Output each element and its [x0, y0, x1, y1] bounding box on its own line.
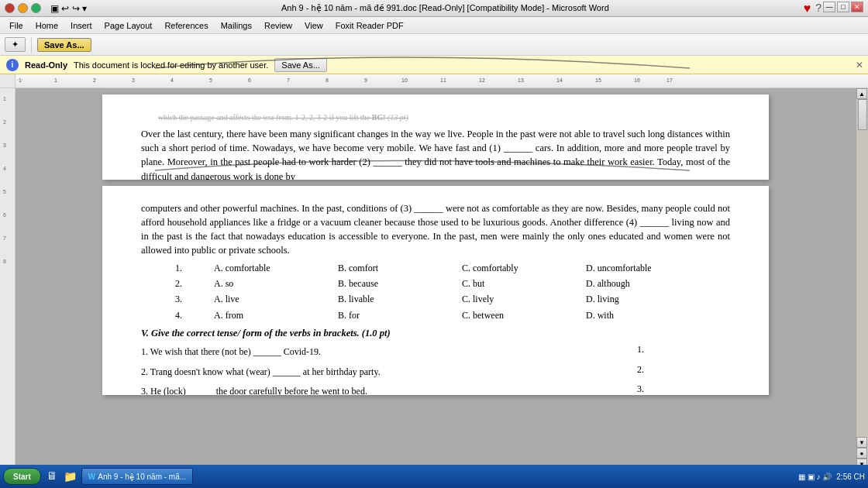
page-2: computers and other powerful machines. I… [102, 186, 769, 395]
taskbar-window-title: Anh 9 - hệ 10 năm - mã... [98, 473, 186, 481]
close-button[interactable]: ✕ [851, 2, 863, 12]
readonly-bar: i Read-Only This document is locked for … [0, 56, 868, 74]
menu-home[interactable]: Home [29, 19, 64, 32]
ans-4-c: C. between [459, 308, 583, 323]
scroll-down-button[interactable]: ▼ [856, 437, 867, 448]
taskbar-icon-1[interactable]: 🖥 [44, 469, 60, 484]
window-title: Anh 9 - hệ 10 năm - mã đề 991.doc [Read-… [87, 3, 804, 13]
item-5-1: 1. We wish that there (not be) ______ Co… [141, 345, 636, 359]
ruler-horizontal: ·1· 1 2 3 4 5 6 7 8 9 10 11 12 13 14 15 … [16, 74, 868, 88]
help-icon: ? [815, 2, 822, 15]
maximize-dot[interactable] [31, 3, 41, 13]
menu-view[interactable]: View [298, 19, 329, 32]
info-icon: i [6, 59, 19, 71]
scroll-up-button[interactable]: ▲ [856, 88, 867, 99]
taskbar: Start 🖥 📁 W Anh 9 - hệ 10 năm - mã... ▦ … [0, 465, 868, 488]
page-1: which the passage and affects the test f… [102, 95, 769, 180]
ans-4-b: B. for [335, 308, 459, 323]
answer-choices: 1. A. comfortable B. comfort C. comforta… [172, 261, 730, 324]
ans-3-num: 3. [172, 292, 211, 307]
ans-3-c: C. lively [459, 292, 583, 307]
ans-1-a: A. comfortable [211, 261, 335, 276]
toolbar-separator [31, 37, 32, 53]
section5-items: 1. We wish that there (not be) ______ Co… [141, 343, 730, 395]
section5-title: V. Give the correct tense/ form of the v… [141, 326, 730, 340]
ans-3-a: A. live [211, 292, 335, 307]
page2-para1: computers and other powerful machines. I… [141, 201, 730, 258]
menu-mailings[interactable]: Mailings [215, 19, 258, 32]
titlebar-window-controls: ▣ ↩ ↪ ▾ [5, 3, 87, 14]
scroll-thumb[interactable] [858, 99, 867, 130]
start-button[interactable]: Start [3, 468, 41, 485]
item-5-2: 2. Trang doesn't know what (wear) ______… [141, 366, 636, 379]
ans-3-d: D. living [583, 292, 707, 307]
page1-text: which the passage and affects the test f… [141, 110, 730, 124]
ans-2-a: A. so [211, 277, 335, 291]
item-5-3-num: 3. [637, 383, 730, 395]
window-buttons: ♥ ? — □ ✕ [804, 2, 863, 15]
item-5-1-num: 1. [637, 343, 730, 361]
minimize-dot[interactable] [18, 3, 28, 13]
ans-4-d: D. with [583, 308, 707, 323]
ans-3-b: B. livable [335, 292, 459, 307]
ans-1-d: D. uncomfortable [583, 261, 707, 276]
item-5-3: 3. He (lock)______ the door carefully be… [141, 385, 636, 395]
word-icon: W [88, 473, 95, 481]
ruler-corner [0, 74, 16, 88]
readonly-label: Read-Only [25, 60, 67, 70]
taskbar-icon-2[interactable]: 📁 [63, 469, 78, 484]
menu-references[interactable]: References [158, 19, 214, 32]
vertical-ruler: 1 2 3 4 5 6 7 8 [0, 88, 16, 469]
ans-1-num: 1. [172, 261, 211, 276]
document-scroll-area[interactable]: which the passage and affects the test f… [16, 88, 856, 469]
vertical-scrollbar[interactable]: ▲ ▼ ● ▼ [856, 88, 868, 469]
taskbar-time: 2:56 CH [836, 473, 865, 481]
toolbar-button-1[interactable]: ✦ [5, 37, 26, 52]
toolbar: ✦ Save As... [0, 34, 868, 56]
ans-1-b: B. comfort [335, 261, 459, 276]
taskbar-tray-icons: ▦ ▣ ♪ 🔊 [798, 473, 832, 481]
readonly-close-button[interactable]: ✕ [856, 60, 863, 70]
select-browse-button[interactable]: ● [856, 448, 867, 459]
titlebar: ▣ ↩ ↪ ▾ Anh 9 - hệ 10 năm - mã đề 991.do… [0, 0, 868, 17]
scroll-track[interactable] [856, 99, 868, 437]
ans-2-b: B. because [335, 277, 459, 291]
item-5-2-num: 2. [637, 363, 730, 381]
menu-file[interactable]: File [3, 19, 29, 32]
ans-2-num: 2. [172, 277, 211, 291]
ans-4-a: A. from [211, 308, 335, 323]
ans-2-c: C. but [459, 277, 583, 291]
readonly-description: This document is locked for editing by a… [74, 60, 268, 70]
heart-icon: ♥ [804, 2, 811, 15]
menu-foxit[interactable]: Foxit Reader PDF [329, 19, 410, 32]
main-area: 1 2 3 4 5 6 7 8 which the passage and af… [0, 88, 868, 469]
ans-2-d: D. although [583, 277, 707, 291]
menubar: File Home Insert Page Layout References … [0, 17, 868, 34]
menu-review[interactable]: Review [258, 19, 298, 32]
taskbar-right: ▦ ▣ ♪ 🔊 2:56 CH [798, 473, 865, 481]
save-as-button[interactable]: Save As... [37, 38, 91, 52]
close-dot[interactable] [5, 3, 15, 13]
readonly-save-as-button[interactable]: Save As... [274, 58, 327, 72]
menu-insert[interactable]: Insert [64, 19, 98, 32]
ans-1-c: C. comfortably [459, 261, 583, 276]
restore-button[interactable]: □ [837, 2, 849, 12]
ruler-area: ·1· 1 2 3 4 5 6 7 8 9 10 11 12 13 14 15 … [0, 74, 868, 88]
page1-para: Over the last century, there have been m… [141, 127, 730, 180]
menu-page-layout[interactable]: Page Layout [98, 19, 159, 32]
taskbar-word-button[interactable]: W Anh 9 - hệ 10 năm - mã... [81, 468, 193, 485]
quick-access-toolbar: ▣ ↩ ↪ ▾ [50, 3, 87, 14]
minimize-button[interactable]: — [823, 2, 835, 12]
ans-4-num: 4. [172, 308, 211, 323]
